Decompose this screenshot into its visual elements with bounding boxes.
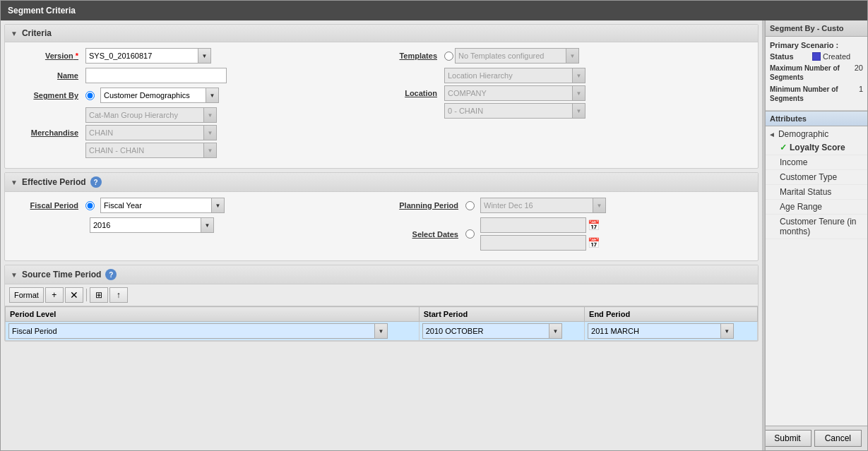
submit-btn[interactable]: Submit (765, 430, 811, 447)
attr-income[interactable]: Income (766, 155, 867, 170)
segment-by-label: Segment By (12, 91, 83, 100)
col-end-period: End Period (585, 307, 758, 322)
fiscal-period-row: Fiscal Period Fiscal Year ▼ (12, 198, 364, 213)
add-btn[interactable]: + (45, 287, 64, 303)
attributes-scroll-area: ◄ Demographic ✓ Loyalty Score Income C (766, 126, 867, 426)
date-start-input[interactable] (480, 217, 586, 233)
source-time-period-help-icon[interactable]: ? (105, 269, 117, 280)
demographic-group-header[interactable]: ◄ Demographic (766, 128, 867, 140)
merch-value1: Cat-Man Group Hierarchy (85, 107, 204, 123)
date-end-input[interactable] (480, 235, 586, 251)
calendar-end-icon[interactable]: 📅 (588, 237, 600, 248)
effective-period-body: Fiscal Period Fiscal Year ▼ (5, 192, 758, 260)
merch-dropdown-btn1[interactable]: ▼ (204, 107, 217, 123)
merch-dropdown1[interactable]: Cat-Man Group Hierarchy ▼ (85, 107, 217, 123)
segment-by-value: Customer Demographics (100, 88, 206, 103)
source-time-period-collapse-icon[interactable]: ▼ (11, 271, 18, 279)
end-period-dropdown-btn[interactable]: ▼ (721, 323, 734, 339)
loyalty-score-label: Loyalty Score (790, 143, 845, 152)
income-label: Income (780, 157, 807, 167)
merch-dropdown3[interactable]: CHAIN - CHAIN ▼ (85, 143, 217, 158)
marital-status-label: Marital Status (780, 187, 831, 197)
segment-by-row: Segment By Customer Demographics ▼ (12, 88, 364, 103)
planning-period-dropdown[interactable]: Winter Dec 16 ▼ (480, 198, 606, 213)
templates-dropdown[interactable]: No Templates configured ▼ (444, 48, 579, 64)
table-row[interactable]: Fiscal Period ▼ 2010 OCTOBER ▼ (6, 322, 758, 341)
year-dropdown-btn[interactable]: ▼ (201, 217, 214, 233)
segment-by-dropdown-btn[interactable]: ▼ (206, 88, 219, 103)
version-dropdown[interactable]: SYS_0_20160817 ▼ (85, 48, 211, 64)
end-period-dropdown[interactable]: 2011 MARCH ▼ (588, 323, 754, 339)
start-period-dropdown[interactable]: 2010 OCTOBER ▼ (422, 323, 581, 339)
version-row: Version SYS_0_20160817 ▼ (12, 48, 364, 64)
location-value2: COMPANY (444, 85, 573, 101)
select-dates-row: Select Dates 📅 (399, 217, 751, 251)
start-period-dropdown-btn[interactable]: ▼ (549, 323, 562, 339)
format-btn[interactable]: Format (9, 287, 44, 303)
attr-marital-status[interactable]: Marital Status (766, 185, 867, 200)
right-panel: Segment By - Custo Primary Scenario : St… (765, 20, 867, 450)
planning-period-label: Planning Period (399, 201, 463, 210)
location-dropdown-btn1[interactable]: ▼ (573, 68, 585, 83)
templates-radio[interactable] (444, 52, 453, 61)
status-row: Status Created (770, 52, 863, 61)
year-row: 2016 ▼ (12, 217, 364, 233)
demographic-label: Demographic (778, 129, 828, 139)
merch-dropdown-btn2[interactable]: ▼ (204, 125, 217, 140)
name-row: Name (12, 68, 364, 83)
planning-period-value: Winter Dec 16 (480, 198, 593, 213)
cancel-btn[interactable]: Cancel (814, 430, 862, 447)
min-segments-row: Minimum Number of Segments 1 (770, 85, 863, 103)
chart-view-btn[interactable]: ↑ (109, 287, 128, 303)
max-segments-label: Maximum Number of Segments (770, 64, 855, 82)
location-dropdown-btn3[interactable]: ▼ (573, 103, 585, 119)
name-input[interactable] (85, 68, 227, 83)
period-level-dropdown-btn[interactable]: ▼ (375, 323, 388, 339)
templates-dropdown-btn[interactable]: ▼ (566, 48, 579, 64)
right-panel-info: Primary Scenario : Status Created Maximu… (766, 37, 867, 111)
delete-btn[interactable]: ✕ (65, 287, 83, 303)
max-segments-row: Maximum Number of Segments 20 (770, 64, 863, 82)
merch-value3: CHAIN - CHAIN (85, 143, 204, 158)
status-dot (812, 52, 821, 61)
fiscal-year-dropdown-btn[interactable]: ▼ (212, 198, 225, 213)
segment-by-radio[interactable] (85, 91, 95, 100)
attr-customer-type[interactable]: Customer Type (766, 170, 867, 185)
effective-period-collapse-icon[interactable]: ▼ (11, 179, 18, 186)
min-segments-label: Minimum Number of Segments (770, 85, 859, 103)
location-dropdown1[interactable]: Location Hierarchy ▼ (444, 68, 585, 83)
location-dropdown2[interactable]: COMPANY ▼ (444, 85, 585, 101)
merchandise-row: Merchandise Cat-Man Group Hierarchy ▼ CH… (12, 107, 364, 158)
min-segments-value: 1 (859, 85, 863, 103)
criteria-collapse-icon[interactable]: ▼ (11, 30, 18, 37)
criteria-section: ▼ Criteria Version SYS_0_2016081 (4, 24, 759, 169)
merch-dropdown-btn3[interactable]: ▼ (204, 143, 217, 158)
planning-period-radio[interactable] (465, 201, 475, 210)
primary-scenario-label: Primary Scenario : (770, 41, 838, 49)
attr-loyalty-score[interactable]: ✓ Loyalty Score (766, 140, 867, 155)
source-time-period-section: ▼ Source Time Period ? Format + ✕ ⊞ ↑ (4, 265, 759, 342)
status-value: Created (823, 52, 850, 61)
select-dates-radio[interactable] (465, 229, 475, 239)
version-dropdown-btn[interactable]: ▼ (198, 48, 211, 64)
location-dropdown-btn2[interactable]: ▼ (573, 85, 585, 101)
planning-period-dropdown-btn[interactable]: ▼ (593, 198, 606, 213)
age-range-label: Age Range (780, 202, 822, 212)
title-bar: Segment Criteria (1, 1, 867, 20)
attr-customer-tenure[interactable]: Customer Tenure (in months) (766, 215, 867, 239)
fiscal-year-dropdown[interactable]: Fiscal Year ▼ (100, 198, 225, 213)
year-value: 2016 (90, 217, 201, 233)
segment-by-dropdown[interactable]: Customer Demographics ▼ (100, 88, 219, 103)
demographic-collapse-icon[interactable]: ◄ (768, 131, 775, 138)
calendar-start-icon[interactable]: 📅 (588, 220, 600, 231)
location-dropdown3[interactable]: 0 - CHAIN ▼ (444, 103, 585, 119)
primary-scenario-row: Primary Scenario : (770, 41, 863, 49)
table-view-btn[interactable]: ⊞ (90, 287, 108, 303)
merch-dropdown2[interactable]: CHAIN ▼ (85, 125, 217, 140)
attr-age-range[interactable]: Age Range (766, 200, 867, 215)
year-dropdown[interactable]: 2016 ▼ (90, 217, 214, 233)
fiscal-year-radio[interactable] (85, 201, 95, 210)
effective-period-help-icon[interactable]: ? (90, 176, 102, 188)
period-level-dropdown[interactable]: Fiscal Period ▼ (8, 323, 416, 339)
status-label: Status (770, 52, 812, 61)
